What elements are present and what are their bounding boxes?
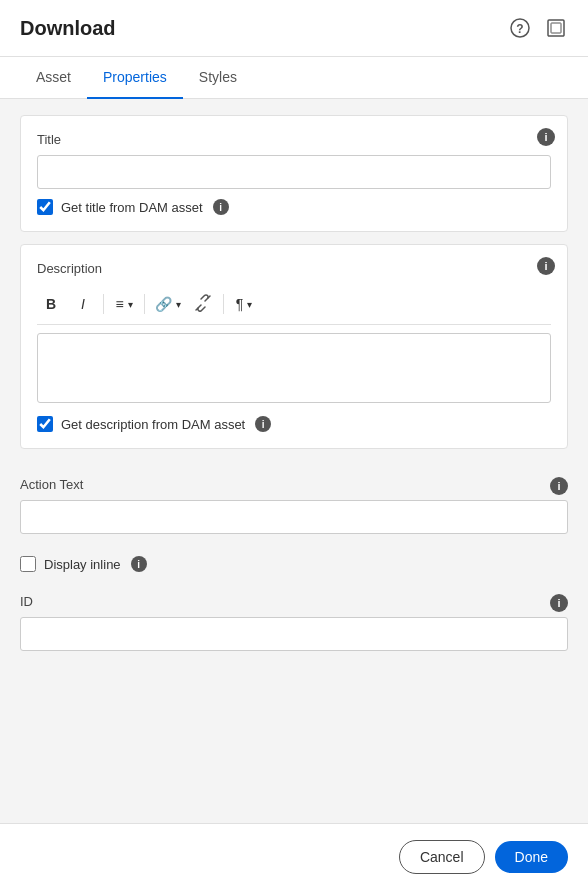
get-description-checkbox-row: Get description from DAM asset i bbox=[37, 416, 551, 432]
title-card: i Title Get title from DAM asset i bbox=[20, 115, 568, 232]
paragraph-label: ¶ bbox=[236, 296, 244, 312]
unlink-label bbox=[194, 294, 212, 315]
title-info-icon[interactable]: i bbox=[537, 128, 555, 146]
header: Download ? bbox=[0, 0, 588, 57]
action-text-label: Action Text bbox=[20, 477, 568, 492]
svg-rect-3 bbox=[551, 23, 561, 33]
toolbar-unlink-button[interactable] bbox=[189, 290, 217, 318]
title-input[interactable] bbox=[37, 155, 551, 189]
cancel-button[interactable]: Cancel bbox=[399, 840, 485, 874]
tabs: Asset Properties Styles bbox=[0, 57, 588, 99]
tab-asset[interactable]: Asset bbox=[20, 57, 87, 99]
display-inline-checkbox[interactable] bbox=[20, 556, 36, 572]
bold-label: B bbox=[46, 296, 56, 312]
toolbar-paragraph-button[interactable]: ¶ ▾ bbox=[230, 290, 258, 318]
paragraph-chevron: ▾ bbox=[247, 299, 252, 310]
main-content: i Title Get title from DAM asset i i Des… bbox=[0, 99, 588, 465]
toolbar-list-button[interactable]: ≡ ▾ bbox=[110, 290, 138, 318]
id-input[interactable] bbox=[20, 617, 568, 651]
description-label: Description bbox=[37, 261, 551, 276]
id-info-icon[interactable]: i bbox=[550, 594, 568, 612]
action-text-input[interactable] bbox=[20, 500, 568, 534]
display-inline-label: Display inline bbox=[44, 557, 121, 572]
tab-properties[interactable]: Properties bbox=[87, 57, 183, 99]
id-section: i ID bbox=[0, 582, 588, 663]
get-title-checkbox-row: Get title from DAM asset i bbox=[37, 199, 551, 215]
toolbar-bold-button[interactable]: B bbox=[37, 290, 65, 318]
get-description-checkbox[interactable] bbox=[37, 416, 53, 432]
action-text-section: i Action Text bbox=[0, 465, 588, 546]
page-title: Download bbox=[20, 17, 116, 40]
id-label: ID bbox=[20, 594, 568, 609]
display-inline-info-icon[interactable]: i bbox=[131, 556, 147, 572]
svg-text:?: ? bbox=[516, 22, 523, 36]
list-chevron: ▾ bbox=[128, 299, 133, 310]
header-icons: ? bbox=[508, 16, 568, 40]
display-inline-section: Display inline i bbox=[0, 546, 588, 582]
link-label: 🔗 bbox=[155, 296, 172, 312]
get-title-checkbox[interactable] bbox=[37, 199, 53, 215]
footer: Cancel Done bbox=[0, 823, 588, 890]
description-card: i Description B I ≡ ▾ 🔗 ▾ bbox=[20, 244, 568, 449]
title-label: Title bbox=[37, 132, 551, 147]
description-info-icon[interactable]: i bbox=[537, 257, 555, 275]
get-title-info-icon[interactable]: i bbox=[213, 199, 229, 215]
svg-rect-2 bbox=[548, 20, 564, 36]
description-textarea[interactable] bbox=[37, 333, 551, 403]
tab-styles[interactable]: Styles bbox=[183, 57, 253, 99]
list-label: ≡ bbox=[115, 296, 123, 312]
toolbar-divider-1 bbox=[103, 294, 104, 314]
get-description-label: Get description from DAM asset bbox=[61, 417, 245, 432]
get-description-info-icon[interactable]: i bbox=[255, 416, 271, 432]
italic-label: I bbox=[81, 296, 85, 312]
action-text-info-icon[interactable]: i bbox=[550, 477, 568, 495]
get-title-label: Get title from DAM asset bbox=[61, 200, 203, 215]
toolbar-italic-button[interactable]: I bbox=[69, 290, 97, 318]
link-chevron: ▾ bbox=[176, 299, 181, 310]
toolbar-divider-2 bbox=[144, 294, 145, 314]
done-button[interactable]: Done bbox=[495, 841, 568, 873]
toolbar-divider-3 bbox=[223, 294, 224, 314]
description-toolbar: B I ≡ ▾ 🔗 ▾ bbox=[37, 284, 551, 325]
fullscreen-icon[interactable] bbox=[544, 16, 568, 40]
toolbar-link-button[interactable]: 🔗 ▾ bbox=[151, 290, 185, 318]
help-icon[interactable]: ? bbox=[508, 16, 532, 40]
